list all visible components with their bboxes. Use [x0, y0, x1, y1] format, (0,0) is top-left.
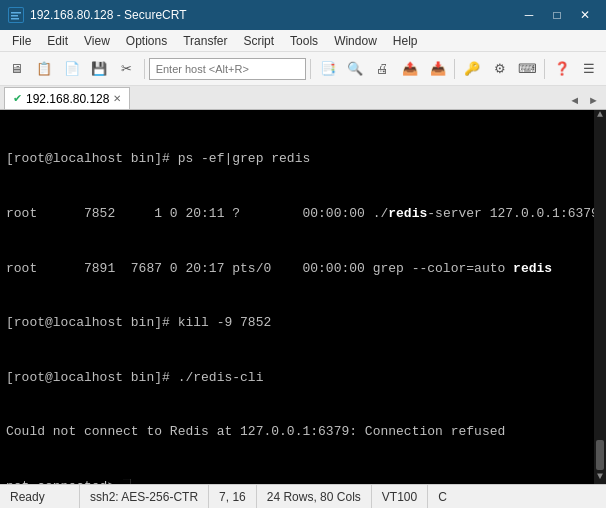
- menu-file[interactable]: File: [4, 32, 39, 50]
- tab-nav-right[interactable]: ►: [585, 93, 602, 107]
- status-ready: Ready: [0, 485, 80, 508]
- terminal-area[interactable]: [root@localhost bin]# ps -ef|grep redis …: [0, 110, 606, 484]
- terminal-line-3: root 7891 7687 0 20:17 pts/0 00:00:00 gr…: [6, 260, 600, 278]
- svg-rect-2: [11, 15, 18, 17]
- status-bar: Ready ssh2: AES-256-CTR 7, 16 24 Rows, 8…: [0, 484, 606, 508]
- toolbar-btn-4[interactable]: 💾: [87, 56, 113, 82]
- menu-script[interactable]: Script: [235, 32, 282, 50]
- toolbar-btn-3[interactable]: 📄: [59, 56, 85, 82]
- scroll-down-arrow[interactable]: ▼: [597, 472, 603, 482]
- toolbar-separator-2: [310, 59, 311, 79]
- toolbar-btn-search[interactable]: 🔍: [342, 56, 368, 82]
- close-button[interactable]: ✕: [572, 5, 598, 25]
- status-terminal: VT100: [372, 485, 428, 508]
- tab-label: 192.168.80.128: [26, 92, 109, 106]
- toolbar-btn-list[interactable]: ☰: [577, 56, 603, 82]
- toolbar-btn-1[interactable]: 🖥: [4, 56, 30, 82]
- terminal-line-4: [root@localhost bin]# kill -9 7852: [6, 314, 600, 332]
- status-extra: C: [428, 485, 457, 508]
- svg-rect-1: [11, 12, 21, 14]
- tab-close-btn[interactable]: ✕: [113, 93, 121, 104]
- scroll-up-arrow[interactable]: ▲: [597, 110, 603, 120]
- menu-help[interactable]: Help: [385, 32, 426, 50]
- toolbar-btn-2[interactable]: 📋: [32, 56, 58, 82]
- tab-check-icon: ✔: [13, 92, 22, 105]
- svg-rect-3: [11, 18, 19, 20]
- title-bar: 192.168.80.128 - SecureCRT ─ □ ✕: [0, 0, 606, 30]
- toolbar-btn-key[interactable]: 🔑: [459, 56, 485, 82]
- toolbar-btn-s2[interactable]: 📥: [425, 56, 451, 82]
- terminal-content: [root@localhost bin]# ps -ef|grep redis …: [6, 114, 600, 484]
- toolbar-btn-help[interactable]: ❓: [549, 56, 575, 82]
- menu-window[interactable]: Window: [326, 32, 385, 50]
- window-title: 192.168.80.128 - SecureCRT: [30, 8, 187, 22]
- minimize-button[interactable]: ─: [516, 5, 542, 25]
- terminal-line-5: [root@localhost bin]# ./redis-cli: [6, 369, 600, 387]
- toolbar-separator-3: [454, 59, 455, 79]
- tab-nav-left[interactable]: ◄: [566, 93, 583, 107]
- toolbar-btn-5[interactable]: ✂: [114, 56, 140, 82]
- title-controls: ─ □ ✕: [516, 5, 598, 25]
- menu-tools[interactable]: Tools: [282, 32, 326, 50]
- terminal-line-1: [root@localhost bin]# ps -ef|grep redis: [6, 150, 600, 168]
- menu-bar: File Edit View Options Transfer Script T…: [0, 30, 606, 52]
- toolbar-btn-cursor[interactable]: ⌨: [514, 56, 540, 82]
- maximize-button[interactable]: □: [544, 5, 570, 25]
- app-icon: [8, 7, 24, 23]
- session-tab[interactable]: ✔ 192.168.80.128 ✕: [4, 87, 130, 109]
- toolbar-btn-settings[interactable]: ⚙: [487, 56, 513, 82]
- menu-edit[interactable]: Edit: [39, 32, 76, 50]
- status-encryption: ssh2: AES-256-CTR: [80, 485, 209, 508]
- vertical-scrollbar[interactable]: ▲ ▼: [594, 110, 606, 484]
- toolbar-separator-4: [544, 59, 545, 79]
- terminal-line-7: not connected> █: [6, 478, 600, 484]
- toolbar-btn-print[interactable]: 🖨: [370, 56, 396, 82]
- title-bar-left: 192.168.80.128 - SecureCRT: [8, 7, 187, 23]
- menu-view[interactable]: View: [76, 32, 118, 50]
- host-input[interactable]: [149, 58, 306, 80]
- terminal-line-6: Could not connect to Redis at 127.0.0.1:…: [6, 423, 600, 441]
- tab-bar: ✔ 192.168.80.128 ✕ ◄ ►: [0, 86, 606, 110]
- terminal-line-2: root 7852 1 0 20:11 ? 00:00:00 ./redis-s…: [6, 205, 600, 223]
- status-position: 7, 16: [209, 485, 257, 508]
- menu-options[interactable]: Options: [118, 32, 175, 50]
- status-dimensions: 24 Rows, 80 Cols: [257, 485, 372, 508]
- scrollbar-thumb[interactable]: [596, 440, 604, 470]
- toolbar: 🖥 📋 📄 💾 ✂ 📑 🔍 🖨 📤 📥 🔑 ⚙ ⌨ ❓ ☰: [0, 52, 606, 86]
- toolbar-btn-s1[interactable]: 📤: [397, 56, 423, 82]
- menu-transfer[interactable]: Transfer: [175, 32, 235, 50]
- tab-nav: ◄ ►: [566, 93, 602, 109]
- toolbar-separator-1: [144, 59, 145, 79]
- toolbar-btn-copy[interactable]: 📑: [315, 56, 341, 82]
